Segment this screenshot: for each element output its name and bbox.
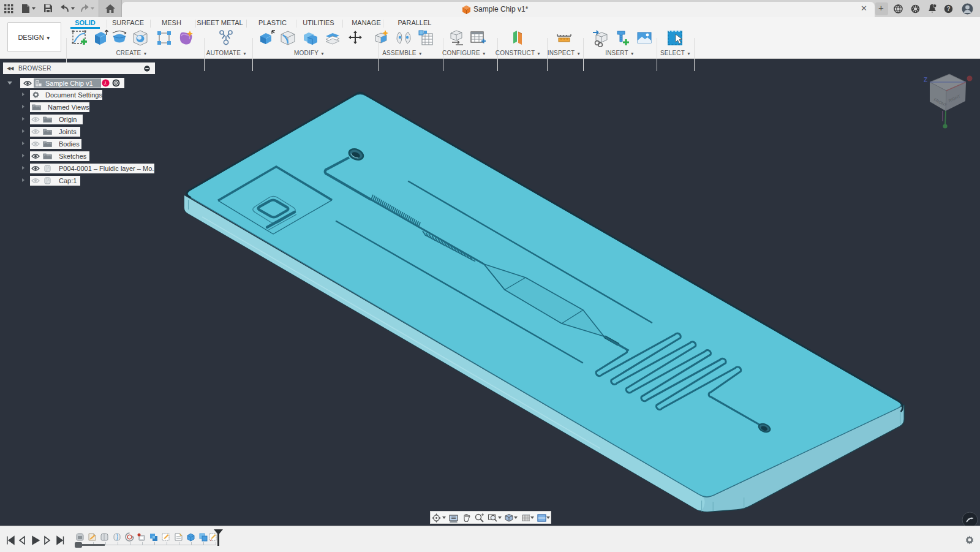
- svg-text:?: ?: [946, 6, 950, 12]
- svg-text:J.: J.: [104, 81, 107, 85]
- svg-text:Z: Z: [924, 77, 927, 83]
